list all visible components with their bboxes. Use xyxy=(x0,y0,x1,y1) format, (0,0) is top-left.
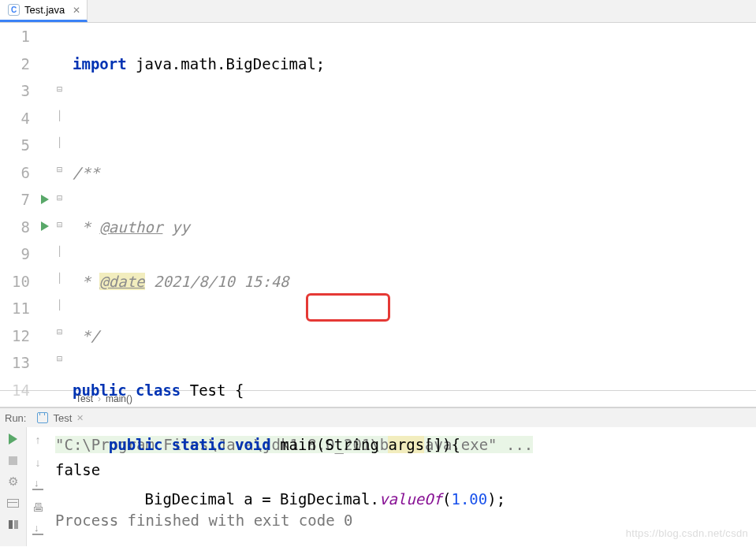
print-icon[interactable]: 🖶 xyxy=(32,500,44,514)
run-class-icon[interactable] xyxy=(41,195,49,204)
run-gutter xyxy=(41,23,57,390)
run-main-icon[interactable] xyxy=(41,221,49,231)
java-class-icon xyxy=(8,4,20,16)
stop-icon xyxy=(9,456,17,465)
layout-button[interactable] xyxy=(6,496,20,510)
save-icon[interactable] xyxy=(32,524,43,535)
source-code[interactable]: import java.math.BigDecimal; /** * @auth… xyxy=(71,23,756,390)
run-toolbar-left: ⚙ xyxy=(0,427,27,546)
code-editor[interactable]: 1 2 3 4 5 6 7 8 9 10 11 12 13 14 ⊟ │ │ ⊟… xyxy=(0,23,756,390)
file-tab-label: Test.java xyxy=(24,4,65,16)
scroll-up-icon[interactable]: ↑ xyxy=(35,434,41,446)
side-by-side-icon xyxy=(9,520,18,529)
run-panel-label: Run: xyxy=(5,412,26,424)
layout-icon xyxy=(7,499,19,508)
run-config-name: Test xyxy=(53,412,72,424)
gear-icon: ⚙ xyxy=(8,474,18,489)
line-number-gutter: 1 2 3 4 5 6 7 8 9 10 11 12 13 14 xyxy=(0,23,41,390)
side-by-side-button[interactable] xyxy=(6,517,20,531)
export-icon[interactable] xyxy=(32,479,43,490)
settings-button[interactable]: ⚙ xyxy=(6,474,20,489)
scroll-down-icon[interactable]: ↓ xyxy=(35,456,41,469)
stop-button[interactable] xyxy=(6,453,20,467)
fold-gutter: ⊟ │ │ ⊟ ⊟ ⊟ │ │ │ ⊟ ⊟ xyxy=(57,23,71,390)
rerun-button[interactable] xyxy=(6,432,20,446)
application-icon xyxy=(37,412,48,423)
run-toolbar-console: ↑ ↓ 🖶 xyxy=(27,427,49,546)
file-tab-test-java[interactable]: Test.java ✕ xyxy=(0,0,88,22)
editor-tab-bar: Test.java ✕ xyxy=(0,0,756,23)
play-icon xyxy=(9,434,17,445)
close-icon[interactable]: ✕ xyxy=(73,5,80,16)
